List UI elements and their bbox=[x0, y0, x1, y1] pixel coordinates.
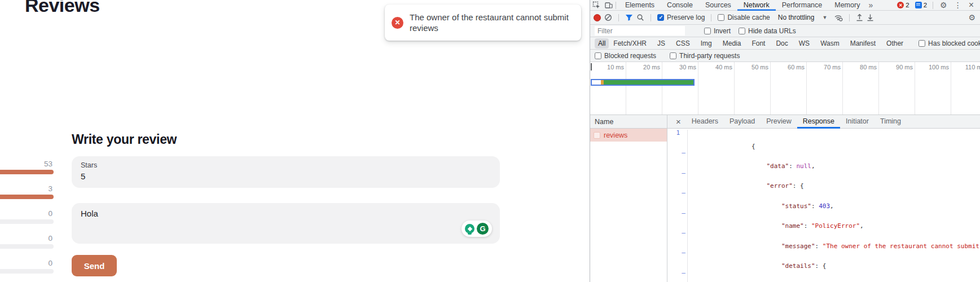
stars-field[interactable]: Stars 5 bbox=[72, 156, 500, 188]
checkbox-unchecked[interactable] bbox=[739, 28, 745, 34]
type-filter-chip[interactable]: WS bbox=[796, 38, 813, 49]
request-overview-bar[interactable] bbox=[591, 79, 695, 86]
console-errors-badge[interactable]: ✕ 2 bbox=[894, 2, 912, 8]
type-filter-chip[interactable]: CSS bbox=[673, 38, 693, 49]
network-conditions-icon[interactable] bbox=[834, 14, 843, 21]
fold-marker[interactable] bbox=[680, 130, 688, 149]
hide-data-urls-checkbox[interactable]: Hide data URLs bbox=[739, 27, 796, 35]
screen: Reviews ✕ The owner of the restaurant ca… bbox=[0, 0, 980, 282]
fold-marker[interactable]: – bbox=[680, 190, 688, 209]
request-row-reviews[interactable]: reviews bbox=[590, 129, 667, 142]
fold-marker[interactable]: – bbox=[680, 249, 688, 269]
network-overview-timeline[interactable]: 10 ms 20 ms 30 ms 40 ms 50 ms 60 ms 70 m… bbox=[590, 62, 980, 115]
detail-tab[interactable]: Response bbox=[797, 115, 840, 129]
fold-marker[interactable]: – bbox=[680, 170, 688, 190]
ruler-label: 60 ms bbox=[788, 64, 805, 70]
rating-breakdown: 53 3 0 0 0 bbox=[0, 160, 54, 282]
grammarly-g-icon[interactable]: G bbox=[477, 223, 489, 235]
ruler-label: 40 ms bbox=[715, 64, 732, 70]
fold-marker[interactable]: – bbox=[680, 270, 688, 282]
type-filter-chip[interactable]: Media bbox=[719, 38, 745, 49]
third-party-requests-checkbox[interactable]: Third-party requests bbox=[670, 52, 740, 60]
checkbox-unchecked[interactable] bbox=[919, 40, 925, 47]
checkbox-checked[interactable] bbox=[657, 14, 664, 21]
checkbox-unchecked[interactable] bbox=[595, 52, 601, 59]
grammarly-widget[interactable]: G bbox=[462, 221, 492, 237]
detail-tab[interactable]: Payload bbox=[724, 115, 761, 129]
code-token: : bbox=[811, 202, 819, 210]
review-text-value: Hola bbox=[81, 209, 98, 218]
fold-marker[interactable]: – bbox=[680, 230, 688, 249]
code-token: "The owner of the restaurant cannot subm… bbox=[823, 243, 980, 250]
detail-tab[interactable]: Initiator bbox=[840, 115, 874, 129]
type-filter-chip[interactable]: JS bbox=[654, 38, 669, 49]
type-filter-chip[interactable]: Doc bbox=[772, 38, 791, 49]
type-filter-chip[interactable]: Manifest bbox=[847, 38, 879, 49]
detail-tab[interactable]: Headers bbox=[686, 115, 724, 129]
request-visibility-filters: Blocked requests Third-party requests bbox=[590, 50, 980, 62]
send-button[interactable]: Send bbox=[72, 255, 117, 276]
type-filter-chip[interactable]: Font bbox=[748, 38, 768, 49]
rating-row: 53 bbox=[0, 160, 54, 174]
fold-marker[interactable]: – bbox=[680, 210, 688, 230]
review-textarea[interactable]: Hola bbox=[72, 203, 500, 244]
checkbox-unchecked[interactable] bbox=[670, 52, 676, 59]
device-toolbar-icon[interactable] bbox=[605, 2, 613, 9]
detail-tab[interactable]: Preview bbox=[761, 115, 797, 129]
clear-network-log-icon[interactable] bbox=[604, 14, 612, 21]
export-har-icon[interactable] bbox=[867, 14, 874, 21]
invert-checkbox[interactable]: Invert bbox=[704, 27, 731, 35]
fold-marker[interactable]: – bbox=[680, 149, 688, 169]
type-filter-chip[interactable]: Fetch/XHR bbox=[610, 38, 650, 49]
code-token bbox=[752, 202, 781, 210]
settings-gear-icon[interactable]: ⚙ bbox=[936, 1, 951, 9]
type-filter-chip[interactable]: Other bbox=[883, 38, 907, 49]
name-column-header[interactable]: Name bbox=[590, 115, 667, 129]
devtools-tab[interactable]: Performance bbox=[776, 0, 829, 11]
ruler-segment: 40 ms bbox=[698, 62, 735, 114]
divider bbox=[618, 14, 619, 21]
devtools-tab[interactable]: Network bbox=[737, 0, 776, 11]
code-token: : bbox=[789, 162, 796, 170]
throttling-select[interactable]: No throttling ▼ bbox=[778, 14, 828, 21]
search-icon[interactable] bbox=[636, 14, 644, 21]
devtools-tab[interactable]: Sources bbox=[699, 0, 737, 11]
ruler-label: 110 ms bbox=[965, 64, 980, 70]
network-settings-gear-icon[interactable]: ⚙ bbox=[968, 14, 977, 21]
record-network-log-icon[interactable] bbox=[594, 14, 601, 21]
console-messages-badge[interactable]: 2 bbox=[912, 2, 930, 8]
rating-row: 0 bbox=[0, 209, 54, 224]
toast-message: The owner of the restaurant cannot submi… bbox=[410, 12, 572, 33]
rating-count: 0 bbox=[0, 234, 54, 243]
preserve-log-checkbox[interactable]: Preserve log bbox=[657, 14, 705, 21]
detail-tab[interactable]: Timing bbox=[874, 115, 907, 129]
grammarly-bulb-icon[interactable] bbox=[465, 224, 474, 233]
ruler-segment: 30 ms bbox=[662, 62, 698, 114]
type-filter-chip[interactable]: Wasm bbox=[817, 38, 843, 49]
review-form-heading: Write your review bbox=[72, 132, 177, 147]
import-har-icon[interactable] bbox=[856, 14, 863, 21]
response-viewer[interactable]: 1 { – bbox=[667, 129, 980, 282]
code-token: "error" bbox=[766, 182, 792, 190]
checkbox-unchecked[interactable] bbox=[718, 14, 724, 21]
disable-cache-checkbox[interactable]: Disable cache bbox=[718, 14, 770, 21]
code-token: : { bbox=[815, 262, 827, 270]
devtools-tab[interactable]: Memory bbox=[828, 0, 866, 11]
devtools-tab[interactable]: Console bbox=[661, 0, 699, 11]
blocked-requests-checkbox[interactable]: Blocked requests bbox=[595, 52, 656, 60]
close-devtools-icon[interactable]: × bbox=[965, 1, 978, 10]
line-content: "message": "The owner of the restaurant … bbox=[692, 230, 980, 249]
type-filter-chip[interactable]: All bbox=[595, 38, 609, 49]
filter-funnel-icon[interactable] bbox=[625, 14, 633, 21]
type-filter-chip[interactable]: Img bbox=[697, 38, 715, 49]
devtools-tab[interactable]: Elements bbox=[619, 0, 661, 11]
has-blocked-cookies-checkbox[interactable]: Has blocked cookies bbox=[919, 39, 980, 47]
inspect-icon[interactable] bbox=[592, 1, 600, 9]
rating-row: 0 bbox=[0, 259, 54, 274]
checkbox-unchecked[interactable] bbox=[704, 28, 711, 34]
kebab-menu-icon[interactable]: ⋮ bbox=[951, 1, 965, 9]
more-tabs-icon[interactable]: » bbox=[866, 1, 875, 9]
filter-input[interactable] bbox=[595, 26, 685, 36]
close-detail-icon[interactable]: × bbox=[671, 117, 686, 126]
message-icon bbox=[915, 2, 922, 8]
